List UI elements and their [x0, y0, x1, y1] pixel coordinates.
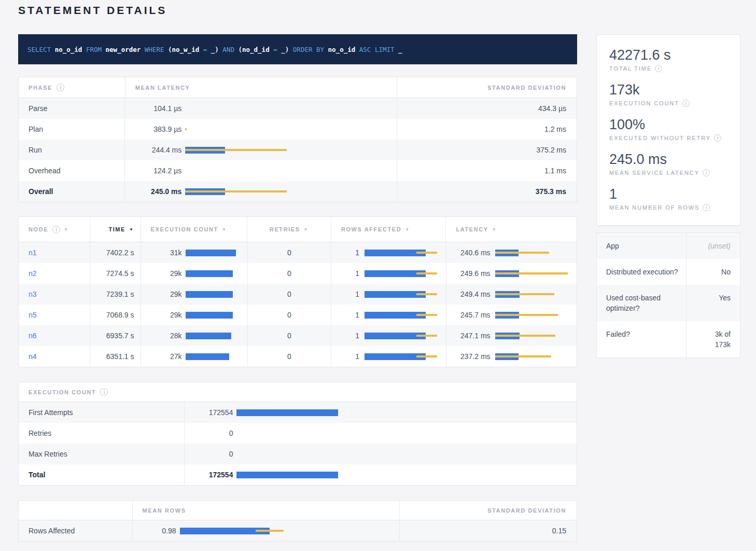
retries-header-cell[interactable]: RETRIES ▼ [247, 217, 331, 242]
stat-label: MEAN SERVICE LATENCY [609, 170, 699, 176]
info-icon[interactable]: i [100, 388, 108, 396]
table-row: n27274.5 s29k01249.6 ms [19, 263, 577, 284]
latency-value: 237.2 ms [446, 352, 491, 361]
rows-affected-bar [365, 270, 442, 277]
info-icon[interactable]: i [655, 65, 662, 72]
sql-statement-text: SELECT no_o_id FROM new_order WHERE (no_… [27, 46, 402, 53]
execution-count-header-label: EXECUTION COUNT [151, 226, 218, 232]
property-value: (unset) [708, 241, 731, 251]
latency-bar [185, 168, 403, 174]
property-row-app: App (unset) [597, 233, 740, 259]
table-row: Rows Affected 0.98 0.15 [19, 520, 577, 541]
rows-bar [180, 528, 395, 534]
rows-affected-value: 1 [331, 269, 359, 278]
table-row: Plan 383.9 µs 1.2 ms [19, 119, 577, 140]
retries-value: 0 [247, 305, 331, 325]
statement-properties-table: App (unset) Distributed execution? No Us… [596, 232, 740, 358]
retries-value: 0 [247, 263, 331, 284]
node-link[interactable]: n6 [29, 332, 37, 340]
execution-count-bar [186, 353, 253, 360]
node-link[interactable]: n5 [29, 311, 37, 319]
time-value: 6935.7 s [90, 325, 141, 346]
exec-row-label: First Attempts [19, 402, 184, 423]
stat-label: EXECUTION COUNT [609, 100, 679, 106]
info-icon[interactable]: i [714, 134, 721, 142]
table-row: First Attempts 172554 [19, 402, 577, 423]
time-header-label: TIME [108, 226, 125, 232]
mean-latency-value: 244.4 ms [135, 146, 181, 154]
sort-arrow-icon[interactable]: ▼ [304, 227, 309, 232]
property-label: Failed? [597, 321, 686, 357]
mean-rows-value: 0.98 [133, 527, 176, 535]
mean-latency-header-cell: MEAN LATENCY [125, 77, 397, 98]
execution-count-table: EXECUTION COUNT i First Attempts 172554 … [18, 382, 577, 486]
info-icon[interactable]: i [57, 84, 64, 91]
execution-count-bar [186, 270, 253, 277]
exec-row-label: Total [19, 464, 184, 485]
info-icon[interactable]: i [52, 226, 60, 233]
info-icon[interactable]: i [703, 169, 710, 176]
stat-executed-without-retry: 100% EXECUTED WITHOUT RETRYi [609, 117, 727, 142]
sql-token: ASC [359, 46, 375, 53]
empty-header-cell [19, 501, 132, 520]
latency-value: 249.6 ms [446, 269, 491, 278]
exec-row-value: 0 [185, 429, 233, 437]
latency-bar [495, 353, 573, 360]
rows-affected-value: 1 [331, 249, 359, 257]
execution-count-header-cell[interactable]: EXECUTION COUNT ▼ [141, 217, 247, 242]
rows-affected-value: 1 [331, 352, 359, 361]
sql-token: no_w_id [172, 46, 200, 53]
execution-count-title: EXECUTION COUNT [29, 389, 96, 395]
mean-latency-value: 124.2 µs [135, 167, 181, 175]
latency-value: 249.4 ms [446, 290, 491, 298]
info-icon[interactable]: i [682, 100, 690, 107]
node-link[interactable]: n3 [29, 290, 37, 298]
sort-arrow-icon[interactable]: ▼ [129, 227, 134, 232]
table-row: n46351.1 s27k01237.2 ms [19, 346, 577, 367]
phase-table-header: PHASE i MEAN LATENCY STANDARD DEVIATION [19, 77, 577, 98]
property-row-failed: Failed? 3k of 173k [597, 321, 740, 357]
sort-arrow-icon[interactable]: ▼ [64, 227, 69, 232]
property-row-distributed-execution: Distributed execution? No [597, 259, 740, 285]
node-link[interactable]: n1 [29, 249, 37, 257]
time-value: 7068.9 s [90, 305, 141, 325]
stat-total-time: 42271.6 s TOTAL TIMEi [609, 47, 727, 72]
std-dev-header-cell: STANDARD DEVIATION [399, 501, 577, 520]
table-row: Parse 104.1 µs 434.3 µs [19, 98, 577, 119]
sort-arrow-icon[interactable]: ▼ [405, 227, 410, 232]
latency-header-cell[interactable]: LATENCY ▼ [445, 217, 577, 242]
page-title: STATEMENT DETAILS [18, 4, 740, 17]
phase-label: Plan [19, 119, 124, 140]
table-row: n66935.7 s28k01247.1 ms [19, 325, 577, 346]
latency-bar [495, 270, 573, 277]
stat-execution-count: 173k EXECUTION COUNTi [609, 82, 727, 107]
latency-bar [495, 250, 573, 256]
rows-affected-header-cell[interactable]: ROWS AFFECTED ▼ [331, 217, 446, 242]
exec-row-value: 172554 [185, 408, 233, 417]
node-link[interactable]: n4 [29, 352, 37, 361]
phase-label: Parse [19, 98, 124, 119]
time-value: 7239.1 s [90, 284, 141, 305]
node-statistics-table: NODE i ▼ TIME ▼ EXECUTION COUNT ▼ RETRIE… [18, 216, 577, 367]
node-header-cell[interactable]: NODE i ▼ [19, 217, 90, 242]
time-header-cell[interactable]: TIME ▼ [90, 217, 141, 242]
property-label: App [597, 233, 686, 259]
sql-token: WHERE [145, 46, 168, 53]
sort-arrow-icon[interactable]: ▼ [492, 227, 497, 232]
statement-details-page: STATEMENT DETAILS SELECT no_o_id FROM ne… [0, 0, 756, 542]
phase-label: Overhead [19, 160, 124, 181]
sort-arrow-icon[interactable]: ▼ [222, 227, 227, 232]
node-link[interactable]: n2 [29, 269, 37, 278]
sql-token: ( [168, 46, 172, 53]
latency-bar [185, 105, 403, 112]
rows-affected-bar [365, 291, 442, 298]
retries-value: 0 [247, 346, 331, 367]
execution-count-value: 29k [151, 311, 182, 319]
stat-label: EXECUTED WITHOUT RETRY [609, 135, 711, 141]
info-icon[interactable]: i [703, 204, 710, 211]
time-value: 7274.5 s [90, 263, 141, 284]
stat-value: 173k [609, 82, 727, 98]
sql-token: = [270, 46, 282, 53]
sql-token: = [199, 46, 211, 53]
rows-affected-bar [365, 250, 442, 256]
